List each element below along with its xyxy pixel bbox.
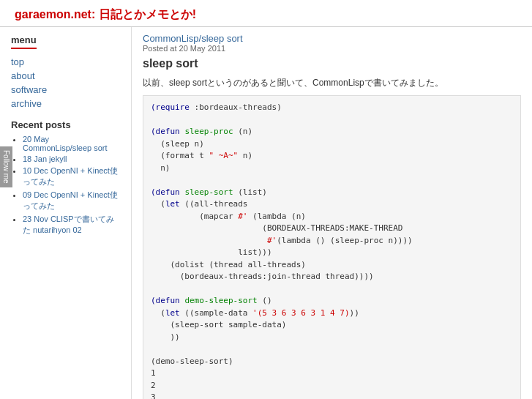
- post-date: Posted at 20 May 2011: [143, 44, 521, 53]
- recent-posts-list: 20 May CommonLisp/sleep sort 18 Jan jeky…: [11, 135, 120, 236]
- sidebar-item-top[interactable]: top: [11, 56, 120, 67]
- list-item: 18 Jan jekyll: [23, 154, 120, 163]
- recent-post-link[interactable]: 18 Jan jekyll: [23, 154, 67, 163]
- list-item: 20 May CommonLisp/sleep sort: [23, 135, 120, 152]
- code-block: (require :bordeaux-threads) (defun sleep…: [143, 95, 521, 399]
- list-item: 23 Nov CLISPで書いてみた nutarihyon 02: [23, 214, 120, 236]
- post-title: sleep sort: [143, 57, 521, 70]
- recent-post-link[interactable]: 20 May CommonLisp/sleep sort: [23, 135, 108, 152]
- post-link[interactable]: CommonLisp/sleep sort: [143, 33, 521, 44]
- list-item: 09 Dec OpenNI + Kinect使ってみた: [23, 190, 120, 212]
- sidebar-item-about[interactable]: about: [11, 70, 120, 81]
- post-body: 以前、sleep sortというのがあると聞いて、CommonLispで書いてみ…: [143, 76, 521, 89]
- sidebar-item-archive[interactable]: archive: [11, 98, 120, 109]
- post-entry: CommonLisp/sleep sort Posted at 20 May 2…: [143, 33, 521, 399]
- sidebar-menu-title: menu: [11, 34, 37, 49]
- list-item: 10 Dec OpenNI + Kinect使ってみた: [23, 165, 120, 187]
- sidebar-nav: top about software archive: [11, 56, 120, 109]
- recent-post-link[interactable]: 10 Dec OpenNI + Kinect使ってみた: [23, 166, 118, 186]
- site-title: garaemon.net: 日記とかメモとか!: [15, 7, 517, 23]
- recent-post-link[interactable]: 23 Nov CLISPで書いてみた nutarihyon 02: [23, 215, 114, 234]
- sidebar-item-software[interactable]: software: [11, 84, 120, 95]
- recent-posts-title: Recent posts: [11, 119, 120, 130]
- recent-post-link[interactable]: 09 Dec OpenNI + Kinect使ってみた: [23, 190, 118, 210]
- follow-me-button[interactable]: Follow me: [0, 146, 12, 187]
